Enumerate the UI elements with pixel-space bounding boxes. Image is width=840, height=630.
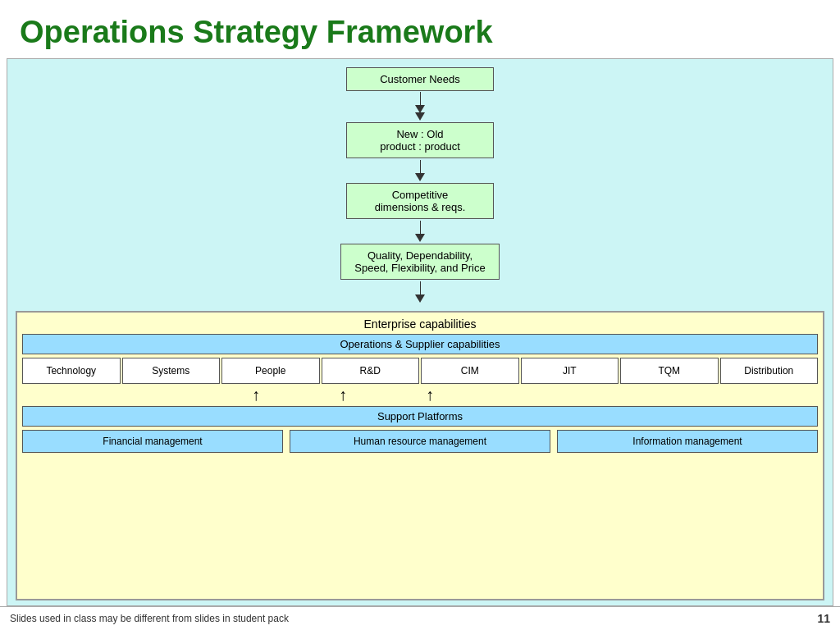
- up-arrow-3: ↑: [426, 386, 434, 404]
- competitive-dimensions-box: Competitive dimensions & reqs.: [346, 183, 494, 219]
- flow-area: Customer Needs New : Old product : produ…: [16, 67, 824, 308]
- up-arrow-1: ↑: [252, 386, 260, 404]
- arrow1: [415, 91, 425, 114]
- up-arrows-row: ↑ ↑ ↑: [22, 386, 818, 404]
- enterprise-section: Enterprise capabilities Operations & Sup…: [16, 311, 824, 600]
- footer-note: Slides used in class may be different fr…: [10, 613, 289, 624]
- cap-people: People: [221, 358, 320, 384]
- quality-box: Quality, Dependability, Speed, Flexibili…: [340, 244, 499, 280]
- cap-tqm: TQM: [620, 358, 719, 384]
- cap-distribution: Distribution: [720, 358, 819, 384]
- ops-supplier-bar: Operations & Supplier capabilities: [22, 334, 818, 354]
- cap-jit: JIT: [521, 358, 619, 384]
- title-bar: Operations Strategy Framework: [0, 0, 840, 58]
- support-bar: Support Platforms: [22, 406, 818, 427]
- capabilities-row: Technology Systems People R&D CIM JIT TQ…: [22, 358, 818, 384]
- cap-rd: R&D: [322, 358, 420, 384]
- support-row: Financial management Human resource mana…: [22, 430, 818, 453]
- page-title: Operations Strategy Framework: [20, 15, 820, 50]
- cap-technology: Technology: [22, 358, 121, 384]
- customer-needs-box: Customer Needs: [346, 67, 494, 91]
- cap-cim: CIM: [421, 358, 519, 384]
- support-financial: Financial management: [22, 430, 283, 453]
- footer: Slides used in class may be different fr…: [0, 606, 840, 630]
- cap-systems: Systems: [122, 358, 221, 384]
- new-old-product-box: New : Old product : product: [346, 122, 494, 158]
- up-arrow-2: ↑: [339, 386, 347, 404]
- support-info: Information management: [557, 430, 818, 453]
- support-hr: Human resource management: [290, 430, 550, 453]
- page-number: 11: [817, 612, 830, 625]
- enterprise-title: Enterprise capabilities: [22, 317, 818, 331]
- main-content: Customer Needs New : Old product : produ…: [7, 58, 833, 606]
